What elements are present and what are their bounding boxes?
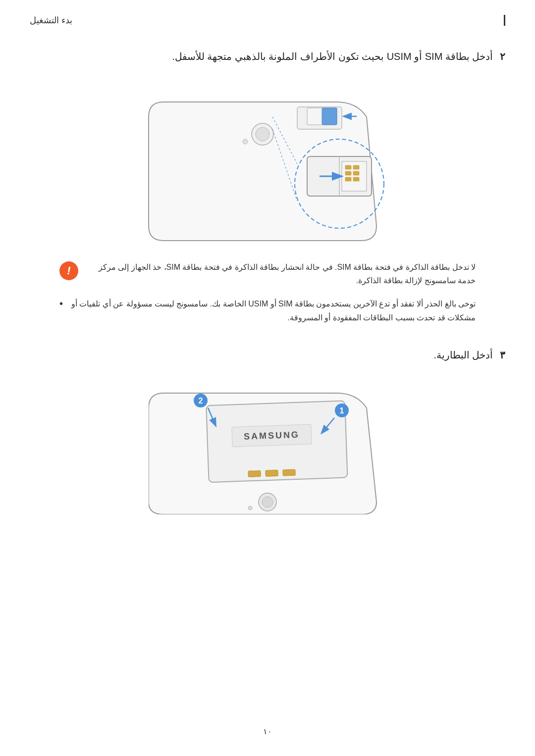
battery-diagram-container: SAMSUNG 1 2 <box>30 376 505 514</box>
svg-text:2: 2 <box>199 397 203 405</box>
header-bar: بدء التشغيل <box>30 15 505 26</box>
svg-rect-5 <box>322 108 337 125</box>
svg-rect-12 <box>345 177 351 181</box>
svg-text:SAMSUNG: SAMSUNG <box>244 430 300 442</box>
svg-rect-22 <box>248 470 261 477</box>
svg-point-1 <box>256 127 269 141</box>
svg-point-30 <box>262 497 273 507</box>
svg-rect-23 <box>266 470 278 476</box>
svg-text:1: 1 <box>340 406 344 415</box>
battery-insertion-diagram: SAMSUNG 1 2 <box>149 376 386 514</box>
svg-rect-11 <box>345 171 351 175</box>
page-container: بدء التشغيل ٢ أدخل بطاقة SIM أو USIM بحي… <box>0 0 535 756</box>
svg-rect-15 <box>353 177 359 181</box>
svg-point-31 <box>248 506 252 510</box>
note-item-bullet: توخى بالغ الحذر ألا تفقد أو تدع الآخرين … <box>59 297 476 324</box>
step-2-section: ٢ أدخل بطاقة SIM أو USIM بحيث تكون الأطر… <box>30 50 505 324</box>
bullet-dot: • <box>59 298 63 309</box>
step-3-number: ٣ <box>500 350 505 360</box>
svg-point-2 <box>243 139 248 144</box>
sim-insertion-diagram <box>129 77 406 246</box>
warning-icon: ! <box>59 261 78 280</box>
notes-container: لا تدخل بطاقة الذاكرة في فتحة بطاقة SIM.… <box>59 260 476 324</box>
note-item-warning: لا تدخل بطاقة الذاكرة في فتحة بطاقة SIM.… <box>59 260 476 287</box>
note-warning-text: لا تدخل بطاقة الذاكرة في فتحة بطاقة SIM.… <box>86 260 476 287</box>
step-3-section: ٣ أدخل البطارية. SAMSUNG <box>30 349 505 514</box>
page-number: ١٠ <box>263 727 272 736</box>
svg-rect-13 <box>353 165 359 169</box>
exclamation-mark: ! <box>67 264 70 277</box>
note-bullet-text: توخى بالغ الحذر ألا تفقد أو تدع الآخرين … <box>70 297 476 324</box>
svg-rect-14 <box>353 171 359 175</box>
sim-diagram-container <box>30 77 505 246</box>
svg-rect-10 <box>345 165 351 169</box>
svg-rect-24 <box>283 469 295 476</box>
step-2-number: ٢ <box>500 51 505 62</box>
step-3-title: ٣ أدخل البطارية. <box>30 349 505 361</box>
header-title: بدء التشغيل <box>30 15 72 26</box>
step-2-title: ٢ أدخل بطاقة SIM أو USIM بحيث تكون الأطر… <box>30 50 505 62</box>
